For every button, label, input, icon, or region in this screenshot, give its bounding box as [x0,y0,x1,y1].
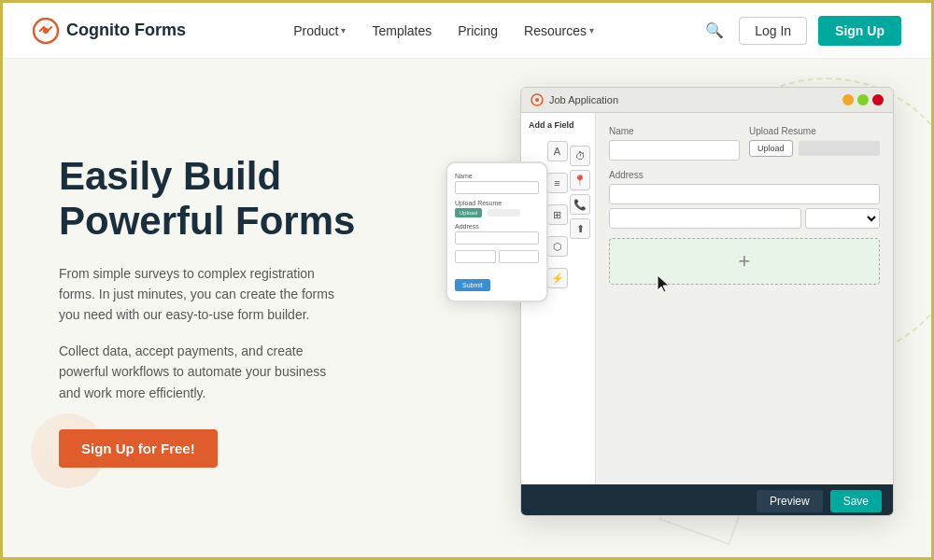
phone-address-input-1 [455,231,539,245]
signup-button[interactable]: Sign Up [818,16,901,46]
hero-title: Easily Build Powerful Forms [59,154,414,245]
logo-icon [33,18,59,44]
nav-product[interactable]: Product ▾ [293,23,346,38]
field-icon-clock[interactable]: ⏱ [570,146,590,166]
hero-text: Easily Build Powerful Forms From simple … [59,154,414,468]
form-builder-footer: Preview Save [521,484,893,516]
address-state-select[interactable] [805,208,880,229]
svg-point-1 [43,28,49,34]
address-input-1[interactable] [609,184,880,204]
hero-section: Easily Build Powerful Forms From simple … [3,59,931,560]
form-top-row: Name Upload Resume Upload [609,126,880,170]
svg-point-3 [535,98,539,102]
action-field-icon: ⚡ [547,268,568,288]
minimize-button[interactable] [842,94,854,105]
field-icon-upload[interactable]: ⬆ [570,218,590,239]
upload-progress-bar [799,141,880,156]
address-input-2[interactable] [609,208,801,229]
phone-upload-bar [488,209,520,217]
window-controls [842,94,884,105]
name-field-label: Name [609,126,740,136]
upload-button[interactable]: Upload [749,140,793,157]
phone-upload-button[interactable]: Upload [455,208,482,217]
nav-templates[interactable]: Templates [372,23,432,38]
login-button[interactable]: Log In [739,17,807,45]
form-builder-canvas: Name Upload Resume Upload [596,113,893,484]
phone-mockup: Name Upload Resume Upload Address Submit [446,161,548,302]
nav-pricing[interactable]: Pricing [458,23,498,38]
field-icon-phone[interactable]: 📞 [570,194,590,215]
logo[interactable]: Cognito Forms [33,18,186,44]
name-field-row: Name [609,126,740,161]
add-field-button[interactable]: + [609,238,880,285]
phone-submit-button[interactable]: Submit [455,279,490,291]
form-builder-title: Job Application [531,93,618,106]
tag-field-icon: ⬡ [547,236,568,257]
field-icon-location[interactable]: 📍 [570,170,590,190]
list-field-icon: ≡ [547,173,568,193]
hero-description-1: From simple surveys to complex registrat… [59,263,339,326]
phone-upload-label: Upload Resume [455,200,539,206]
address-field-label: Address [609,170,880,180]
phone-address-label: Address [455,223,539,230]
form-builder-logo-icon [531,93,544,106]
nav-links: Product ▾ Templates Pricing Resources ▾ [293,23,594,38]
logo-text: Cognito Forms [66,21,186,40]
save-button[interactable]: Save [830,490,882,512]
cta-button[interactable]: Sign Up for Free! [59,429,218,468]
name-field-group: Name [609,126,740,170]
address-row-2 [609,208,880,229]
hero-description-2: Collect data, accept payments, and creat… [59,341,339,403]
form-builder-window: Job Application Add a Field A ≡ [520,87,894,516]
upload-field-row: Upload Resume Upload [749,126,880,157]
text-field-icon: A [547,141,568,161]
nav-actions: 🔍 Log In Sign Up [701,16,901,46]
phone-address-input-2 [455,250,496,263]
search-button[interactable]: 🔍 [701,18,728,43]
date-field-icon: ⊞ [547,204,568,225]
upload-field-group: Upload Resume Upload [749,126,880,170]
upload-field-label: Upload Resume [749,126,880,136]
form-builder-body: Add a Field A ≡ ⊞ ⬡ ⚡ [521,113,893,484]
form-builder-titlebar: Job Application [521,88,893,113]
form-builder-window-title: Job Application [549,94,618,105]
phone-address-input-3 [499,250,540,263]
form-mockup: Name Upload Resume Upload Address Submit [464,87,894,535]
nav-resources[interactable]: Resources ▾ [524,23,594,38]
preview-button[interactable]: Preview [757,490,823,512]
add-field-title: Add a Field [521,120,595,135]
name-field-input[interactable] [609,140,740,161]
phone-name-label: Name [455,173,539,179]
resources-chevron-icon: ▾ [589,25,594,35]
upload-area: Upload [749,140,880,157]
navbar: Cognito Forms Product ▾ Templates Pricin… [3,3,931,59]
product-chevron-icon: ▾ [341,25,346,35]
phone-name-input [455,181,539,194]
maximize-button[interactable] [857,94,869,105]
address-field-row: Address [609,170,880,229]
close-button[interactable] [872,94,884,105]
